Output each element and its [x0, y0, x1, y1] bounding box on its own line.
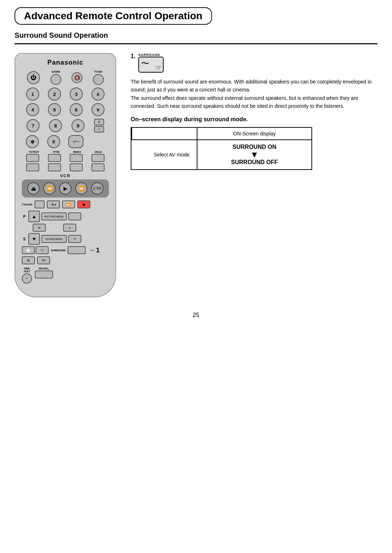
btn-3[interactable]: 3: [70, 88, 83, 101]
btn-n[interactable]: N: [33, 224, 46, 232]
btn-reveal[interactable]: [35, 271, 53, 278]
num4-label: 4: [31, 107, 34, 113]
hold-label: HOLD: [95, 151, 102, 153]
btn-stop-eject[interactable]: ⏏: [27, 182, 40, 195]
surround-states-cell: SURROUND ON ▼ SURROUND OFF: [197, 140, 311, 169]
btn-fwd[interactable]: ⏩: [75, 182, 87, 195]
arrow-down-icon: ▼: [203, 150, 306, 159]
btn-2[interactable]: 2: [48, 88, 61, 101]
top-button-row: ⏻ GAME 🔇 TV/AV: [22, 70, 109, 85]
btn-rew[interactable]: ⏪: [43, 182, 56, 195]
btn-dash[interactable]: −/−−: [68, 135, 83, 148]
btn-teletext[interactable]: ⊕: [26, 135, 39, 148]
btn-f1[interactable]: [26, 163, 39, 171]
picture-row: P ▲ PICTURE MENU: [22, 211, 109, 222]
surround-key-label: SURROUND: [138, 53, 160, 57]
step-number: 1.: [131, 53, 135, 60]
btn-hold[interactable]: [91, 154, 105, 162]
wave-icon: 〜: [141, 58, 149, 69]
game-btn[interactable]: [50, 74, 61, 85]
on-screen-display-header: ON-Screen display: [197, 128, 311, 140]
func-labels-row: TV/TEXT F/T/B INDEX HOLD: [22, 151, 109, 153]
btn-counter[interactable]: CTR: [91, 182, 103, 195]
btn-nav-down[interactable]: ▼: [28, 233, 40, 245]
btn-time-text[interactable]: •: [22, 273, 32, 284]
btn-picture-menu[interactable]: PICTURE MENU: [41, 212, 67, 220]
reveal-label: REVEAL: [39, 267, 49, 270]
btn-record[interactable]: ⏺: [77, 200, 90, 208]
btn-f4[interactable]: [91, 163, 105, 171]
power-btn[interactable]: ⏻: [27, 71, 40, 84]
time-reveal-row: TIMETEXT • REVEAL: [22, 267, 109, 284]
btn-index[interactable]: [70, 154, 83, 162]
up-label: ∧: [96, 92, 100, 97]
page-title: Advanced Remote Control Operation: [15, 7, 212, 25]
mute-btn[interactable]: 🔇: [72, 72, 82, 83]
s-label: S: [22, 237, 27, 241]
num-row-3: 7 8 9 + −: [22, 119, 109, 133]
btn-minus[interactable]: −: [94, 126, 104, 133]
btn-play[interactable]: ▶: [59, 182, 72, 195]
step-header: 1. SURROUND 〜 ☞: [131, 53, 377, 73]
func-btns-row: [22, 154, 109, 162]
btn-up[interactable]: ∧: [91, 88, 105, 101]
remote-control: Panasonic ⏻ GAME 🔇 TV/AV: [15, 53, 116, 297]
btn-tv-text[interactable]: [26, 154, 39, 162]
num9-label: 9: [77, 123, 79, 129]
func-btns-row2: [22, 163, 109, 171]
tv-vcr-label: TV/VCR: [22, 203, 32, 206]
btn-f2[interactable]: [48, 163, 61, 171]
btn-nav-up[interactable]: ▲: [28, 211, 40, 222]
btn-down[interactable]: ∨: [91, 103, 105, 116]
btn-pic-extra[interactable]: [68, 212, 81, 220]
btn-v[interactable]: V: [68, 235, 81, 243]
btn-sound-menu[interactable]: SOUND MENU: [41, 235, 67, 243]
num6-label: 6: [75, 107, 77, 113]
num1-label: 1: [31, 92, 34, 97]
time-text-label: TIMETEXT: [24, 267, 30, 273]
surround-on-label: SURROUND ON: [203, 144, 306, 150]
num0-label: 0: [52, 139, 55, 145]
remote-wrapper: Panasonic ⏻ GAME 🔇 TV/AV: [15, 53, 116, 297]
btn-clock[interactable]: 🕐: [22, 246, 35, 254]
btn-settings[interactable]: ⚙: [22, 256, 35, 264]
btn-0[interactable]: 0: [47, 135, 60, 148]
index-label: INDEX: [73, 151, 81, 153]
btn-plus[interactable]: +: [94, 119, 104, 125]
num2-label: 2: [53, 92, 56, 97]
surround-section: 🕐 ▽ SURROUND ←1: [22, 246, 109, 254]
power-icon: ⏻: [30, 74, 36, 81]
btn-pause-step[interactable]: ⏸▶: [47, 200, 60, 208]
btn-caret-up[interactable]: ∧: [63, 224, 76, 232]
btn-4[interactable]: 4: [26, 103, 39, 116]
callout-number: ←1: [89, 247, 99, 254]
btn-5[interactable]: 5: [48, 103, 61, 116]
btn-tv-vcr[interactable]: [34, 200, 45, 208]
dash-label: −/−−: [73, 140, 79, 143]
btn-6[interactable]: 6: [70, 103, 83, 116]
tvav-btn[interactable]: [93, 74, 104, 85]
tv-text-label: TV/TEXT: [29, 151, 39, 153]
num5-label: 5: [53, 107, 56, 113]
right-panel: 1. SURROUND 〜 ☞ The benefit of surround …: [131, 53, 377, 170]
main-content: Panasonic ⏻ GAME 🔇 TV/AV: [15, 53, 377, 297]
btn-ftb[interactable]: [48, 154, 61, 162]
middle-nav-row: N ∧: [22, 224, 109, 232]
btn-i-ii[interactable]: I/II: [37, 256, 50, 264]
btn-slow-fwd[interactable]: ⏩: [62, 200, 75, 208]
btn-1[interactable]: 1: [26, 88, 39, 101]
num3-label: 3: [75, 92, 77, 97]
hand-pointer-icon: ☞: [155, 63, 162, 72]
btn-9[interactable]: 9: [72, 119, 85, 132]
num-row-1: 1 2 3 ∧: [22, 88, 109, 101]
btn-surround[interactable]: [68, 246, 86, 254]
section-title: Surround Sound Operation: [15, 31, 377, 40]
btn-f3[interactable]: [70, 163, 83, 171]
tvav-label: TV/AV: [94, 70, 102, 73]
btn-8[interactable]: 8: [49, 119, 62, 132]
divider: [15, 43, 377, 44]
onscreen-table: ON-Screen display Select AV mode. SURROU…: [131, 127, 312, 170]
vcr-label: VCR: [22, 174, 109, 178]
btn-7[interactable]: 7: [26, 119, 40, 132]
btn-surround-toggle[interactable]: ▽: [36, 246, 49, 254]
